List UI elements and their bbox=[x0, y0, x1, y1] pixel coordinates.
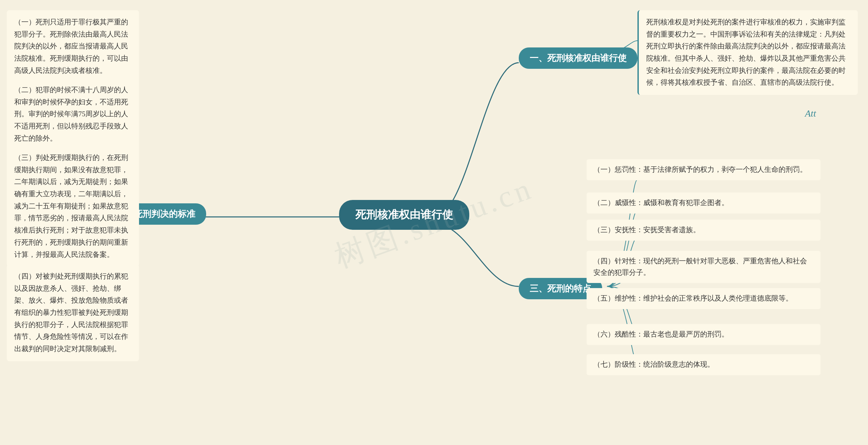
left-card-4: （四）对被判处死刑缓期执行的累犯以及因故意杀人、强奸、抢劫、绑架、放火、爆炸、投… bbox=[7, 264, 139, 361]
attribution: Att bbox=[805, 108, 816, 119]
right-item-1: （一）惩罚性：基于法律所赋予的权力，剥夺一个犯人生命的刑罚。 bbox=[587, 159, 821, 180]
branch-node-1: 一、死刑核准权由谁行使 bbox=[519, 47, 637, 69]
left-card-2: （二）犯罪的时候不满十八周岁的人和审判的时候怀孕的妇女，不适用死刑。审判的时候年… bbox=[7, 78, 139, 150]
mind-map: 树图.shutu.cn 死刑核准权由谁行使 一、死刑核准权由谁行使 二、死刑判决… bbox=[0, 0, 868, 445]
right-item-2: （二）威慑性：威慑和教育有犯罪企图者。 bbox=[587, 193, 821, 214]
right-top-card: 死刑核准权是对判处死刑的案件进行审核准的权力，实施审判监督的重要权力之一。中国刑… bbox=[637, 10, 858, 95]
right-item-4: （四）针对性：现代的死刑一般针对罪大恶极、严重危害他人和社会安全的犯罪分子。 bbox=[587, 251, 821, 283]
left-card-3: （三）判处死刑缓期执行的，在死刑缓期执行期间，如果没有故意犯罪，二年期满以后，减… bbox=[7, 146, 139, 267]
left-card-1: （一）死刑只适用于罪行极其严重的犯罪分子。死刑除依法由最高人民法院判决的以外，都… bbox=[7, 10, 139, 83]
right-item-7: （七）阶级性：统治阶级意志的体现。 bbox=[587, 354, 821, 375]
right-item-6: （六）残酷性：最古老也是最严厉的刑罚。 bbox=[587, 324, 821, 345]
right-item-3: （三）安抚性：安抚受害者遗族。 bbox=[587, 220, 821, 241]
right-item-5: （五）维护性：维护社会的正常秩序以及人类伦理道德底限等。 bbox=[587, 288, 821, 309]
central-node: 死刑核准权由谁行使 bbox=[339, 200, 469, 230]
